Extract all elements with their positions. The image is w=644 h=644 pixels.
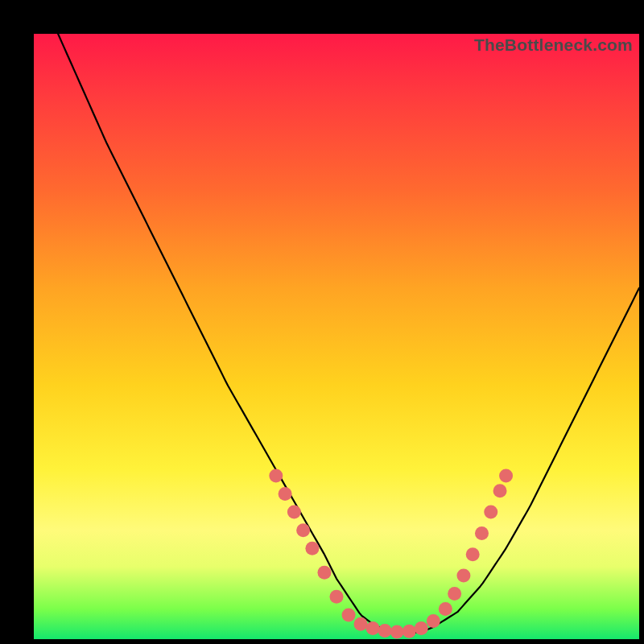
bottleneck-curve-path — [34, 0, 639, 633]
curve-marker — [415, 621, 428, 635]
chart-frame: TheBottleneck.com — [14, 14, 630, 630]
curve-marker — [296, 523, 310, 537]
curve-marker — [269, 469, 283, 482]
curve-marker — [402, 625, 416, 638]
curve-marker — [499, 469, 513, 482]
curve-marker — [390, 625, 404, 638]
curve-markers — [269, 469, 513, 638]
curve-marker — [342, 608, 356, 621]
curve-marker — [366, 621, 380, 635]
curve-marker — [354, 617, 368, 631]
bottleneck-curve-svg — [34, 34, 639, 639]
curve-marker — [305, 542, 319, 555]
curve-marker — [427, 614, 440, 628]
curve-marker — [378, 624, 392, 638]
curve-marker — [484, 506, 497, 519]
curve-marker — [448, 587, 461, 601]
curve-marker — [456, 569, 470, 583]
curve-marker — [330, 590, 344, 604]
chart-plot-area: TheBottleneck.com — [34, 34, 639, 639]
curve-marker — [279, 487, 292, 501]
curve-marker — [466, 547, 480, 561]
curve-marker — [439, 602, 452, 616]
curve-marker — [287, 506, 301, 519]
curve-marker — [493, 484, 507, 497]
curve-marker — [475, 526, 489, 540]
curve-marker — [317, 566, 331, 580]
